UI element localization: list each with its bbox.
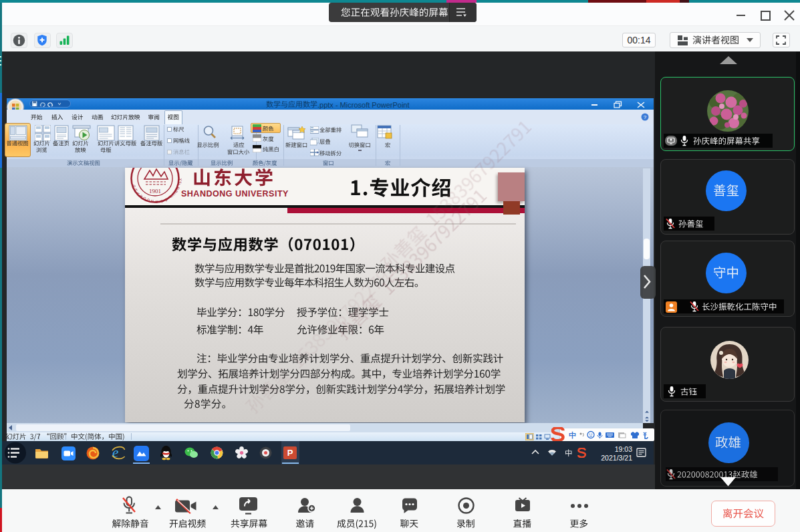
svg-text:1901: 1901 (149, 188, 161, 194)
svg-text:P: P (287, 448, 293, 458)
svg-text:中: 中 (569, 431, 576, 439)
svg-text:?: ? (644, 114, 647, 120)
svg-text:N: N (151, 199, 154, 203)
svg-text:D: D (143, 196, 146, 201)
svg-text:O: O (146, 198, 150, 202)
svg-text:U: U (160, 199, 164, 204)
svg-text:G: G (155, 200, 158, 204)
